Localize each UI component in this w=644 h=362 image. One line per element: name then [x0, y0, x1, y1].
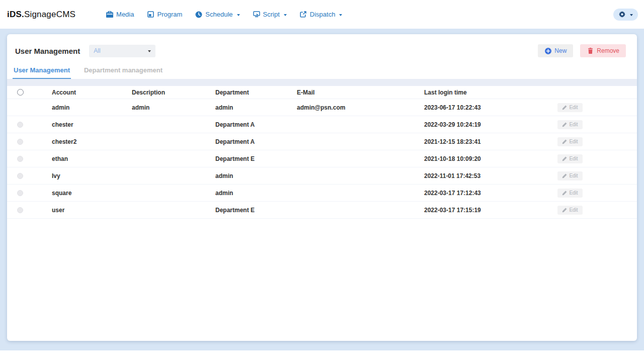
user-management-card: User Management All New Remove User Mana… — [7, 34, 637, 341]
cell-department: admin — [215, 104, 297, 111]
table-row: chester Department A 2022-03-29 10:24:19… — [7, 116, 637, 133]
table-row: square admin 2022-03-17 17:12:43 Edit — [7, 185, 637, 202]
remove-button[interactable]: Remove — [580, 44, 626, 57]
edit-button[interactable]: Edit — [557, 206, 583, 215]
edit-button[interactable]: Edit — [557, 189, 583, 198]
cell-last-login: 2022-11-01 17:42:53 — [424, 172, 557, 179]
nav-item-label: Dispatch — [310, 11, 336, 18]
edit-button[interactable]: Edit — [557, 171, 583, 180]
table-row: admin admin admin admin@psn.com 2023-06-… — [7, 99, 637, 116]
cell-department: Department A — [215, 121, 297, 128]
tab-label: Department management — [84, 66, 163, 74]
gear-icon — [618, 11, 625, 18]
top-bar: iDS.SignageCMS Media Program Schedule Sc… — [0, 0, 644, 29]
logo-bold-part: iDS. — [7, 10, 24, 19]
row-radio[interactable] — [17, 122, 23, 128]
media-icon — [106, 11, 113, 18]
new-button-label: New — [554, 47, 567, 54]
remove-button-label: Remove — [597, 47, 619, 54]
page-background: User Management All New Remove User Mana… — [0, 29, 644, 350]
tab-department-management[interactable]: Department management — [83, 64, 164, 79]
settings-button[interactable] — [613, 9, 638, 21]
nav-item-program[interactable]: Program — [141, 8, 188, 21]
table-header-row: Account Description Department E-Mail La… — [7, 86, 637, 99]
cell-account: chester — [52, 121, 132, 128]
row-radio[interactable] — [17, 207, 23, 213]
cell-department: admin — [215, 190, 297, 197]
chevron-down-icon — [148, 50, 151, 52]
column-header-description: Description — [132, 89, 215, 96]
column-header-email: E-Mail — [297, 89, 424, 96]
nav-item-dispatch[interactable]: Dispatch — [294, 8, 348, 21]
chevron-down-icon — [284, 14, 287, 16]
select-all-radio[interactable] — [17, 89, 24, 96]
cell-last-login: 2023-06-17 10:22:43 — [424, 104, 557, 111]
cell-department: Department E — [215, 155, 297, 162]
filter-select-value: All — [94, 47, 100, 54]
table-body: admin admin admin admin@psn.com 2023-06-… — [7, 99, 637, 219]
nav-item-media[interactable]: Media — [101, 8, 139, 21]
pencil-icon — [562, 105, 567, 110]
dispatch-icon — [300, 11, 307, 18]
cell-last-login: 2021-10-18 10:09:20 — [424, 155, 557, 162]
edit-button-label: Edit — [569, 190, 578, 196]
pencil-icon — [562, 156, 567, 161]
cell-last-login: 2022-03-17 17:12:43 — [424, 190, 557, 197]
cell-last-login: 2022-03-17 17:15:19 — [424, 207, 557, 214]
nav-item-label: Media — [116, 11, 134, 18]
chevron-down-icon — [630, 14, 633, 16]
edit-button-label: Edit — [569, 122, 578, 127]
edit-button-label: Edit — [569, 105, 578, 110]
edit-button[interactable]: Edit — [557, 103, 583, 112]
row-radio[interactable] — [17, 173, 23, 179]
tab-label: User Management — [14, 66, 70, 74]
filter-select[interactable]: All — [89, 45, 155, 57]
column-header-account: Account — [52, 89, 132, 96]
tab-user-management[interactable]: User Management — [13, 64, 71, 79]
cell-account: user — [52, 207, 132, 214]
page-title: User Management — [15, 47, 80, 55]
chevron-down-icon — [339, 14, 342, 16]
edit-button[interactable]: Edit — [557, 137, 583, 146]
program-icon — [147, 11, 154, 18]
schedule-icon — [195, 11, 202, 18]
cell-email: admin@psn.com — [297, 104, 424, 111]
column-header-department: Department — [215, 89, 297, 96]
nav-item-schedule[interactable]: Schedule — [190, 8, 245, 21]
pencil-icon — [562, 208, 567, 213]
nav-item-label: Script — [263, 11, 280, 18]
cell-last-login: 2022-03-29 10:24:19 — [424, 121, 557, 128]
table-top-band — [7, 79, 637, 86]
edit-button[interactable]: Edit — [557, 154, 583, 163]
table-row: chester2 Department A 2021-12-15 18:23:4… — [7, 133, 637, 150]
edit-button-label: Edit — [569, 173, 578, 178]
app-logo: iDS.SignageCMS — [7, 10, 75, 20]
cell-account: admin — [52, 104, 132, 111]
plus-icon — [544, 47, 551, 54]
toolbar: User Management All New Remove — [7, 34, 637, 64]
cell-last-login: 2021-12-15 18:23:41 — [424, 138, 557, 145]
script-icon — [253, 11, 260, 18]
edit-button-label: Edit — [569, 139, 578, 144]
row-radio[interactable] — [17, 190, 23, 196]
cell-account: ethan — [52, 155, 132, 162]
edit-button[interactable]: Edit — [557, 120, 583, 129]
new-button[interactable]: New — [538, 44, 573, 57]
table-row: Ivy admin 2022-11-01 17:42:53 Edit — [7, 167, 637, 185]
pencil-icon — [562, 173, 567, 178]
nav-item-script[interactable]: Script — [248, 8, 292, 21]
table-row: user Department E 2022-03-17 17:15:19 Ed… — [7, 202, 637, 219]
tab-bar: User Management Department management — [7, 64, 637, 79]
row-radio[interactable] — [17, 156, 23, 162]
edit-button-label: Edit — [569, 207, 578, 213]
edit-button-label: Edit — [569, 156, 578, 161]
cell-department: admin — [215, 172, 297, 179]
nav-item-label: Program — [157, 11, 182, 18]
cell-account: chester2 — [52, 138, 132, 145]
nav-item-label: Schedule — [205, 11, 232, 18]
row-radio[interactable] — [17, 139, 23, 145]
pencil-icon — [562, 139, 567, 144]
cell-department: Department E — [215, 207, 297, 214]
cell-account: Ivy — [52, 172, 132, 179]
cell-department: Department A — [215, 138, 297, 145]
